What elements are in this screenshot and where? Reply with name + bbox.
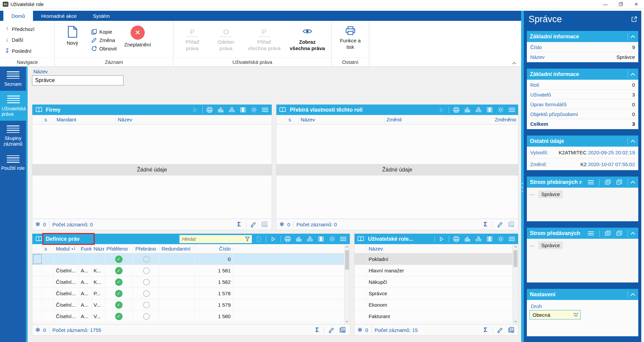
tab-hromadne-akce[interactable]: Hromadné akce xyxy=(33,11,85,21)
table-row[interactable]: Číselní... A... K... ✓ 1 581 xyxy=(32,265,344,276)
collapse-section-button[interactable] xyxy=(628,291,635,298)
gear-icon[interactable] xyxy=(328,235,336,243)
menu-icon[interactable] xyxy=(508,235,516,243)
functions-print-button[interactable]: Funkce atisk xyxy=(335,23,366,58)
table-row[interactable]: Nákupčí xyxy=(354,276,512,288)
sum-icon[interactable]: Σ xyxy=(481,327,489,334)
col-nazev[interactable]: Název xyxy=(299,115,384,124)
menu-icon[interactable] xyxy=(587,231,594,236)
restore-button[interactable] xyxy=(613,0,629,8)
edit-note-icon[interactable] xyxy=(249,222,258,227)
col-nazev[interactable]: Název xyxy=(116,115,272,124)
edit-note-icon[interactable] xyxy=(496,327,504,333)
panel-splitter[interactable] xyxy=(521,11,524,342)
edit-note-icon[interactable] xyxy=(328,327,336,333)
table-row[interactable]: ✓ 0 xyxy=(32,254,344,265)
close-button[interactable]: × xyxy=(629,0,644,8)
collapse-section-button[interactable] xyxy=(628,179,635,186)
col-nazev[interactable]: Náze xyxy=(92,244,104,253)
edit-note-icon[interactable] xyxy=(496,222,504,227)
cluster-icon[interactable] xyxy=(228,106,236,114)
col-zmenil[interactable]: Změnil xyxy=(384,115,447,124)
columns-icon[interactable] xyxy=(317,235,325,243)
scroll-up-icon[interactable] xyxy=(344,244,350,250)
edit-button[interactable]: Změna xyxy=(91,37,117,43)
cluster-icon[interactable] xyxy=(474,235,482,243)
druh-dropdown[interactable]: Obecná xyxy=(530,310,581,319)
col-nazev[interactable]: Název xyxy=(367,244,512,253)
new-button[interactable]: Nový xyxy=(57,23,88,58)
table-row[interactable]: Číselní... A... V... ✓ 1 580 xyxy=(32,311,344,322)
sidebar-item-skupiny-zaznamu[interactable]: Skupiny záznamů xyxy=(0,121,26,151)
run-icon[interactable] xyxy=(438,235,446,243)
snowflake-icon[interactable]: ✻ xyxy=(279,221,284,228)
add-note-icon[interactable] xyxy=(339,327,347,333)
columns-icon[interactable] xyxy=(239,106,247,114)
cluster-icon[interactable] xyxy=(306,235,314,243)
tree-item[interactable]: — Správce xyxy=(529,241,563,249)
collapse-all-icon[interactable] xyxy=(616,230,622,236)
collapse-section-button[interactable] xyxy=(628,138,635,145)
next-button[interactable]: ↓Další xyxy=(5,35,50,45)
refresh-button[interactable]: Obnovit xyxy=(91,46,117,51)
expand-all-icon[interactable] xyxy=(605,179,611,185)
expand-all-icon[interactable] xyxy=(605,230,611,236)
scroll-down-icon[interactable] xyxy=(344,319,350,324)
scroll-thumb[interactable] xyxy=(513,250,517,267)
run-icon[interactable] xyxy=(269,235,277,243)
col-prideleno[interactable]: Přiděleno xyxy=(104,244,133,253)
chart-icon[interactable] xyxy=(463,106,471,114)
table-row[interactable]: Pokladní xyxy=(354,254,512,265)
col-mandant[interactable]: Mandant xyxy=(55,115,116,124)
col-s[interactable]: s xyxy=(42,115,55,124)
col-prebrano[interactable]: Přebráno xyxy=(133,244,160,253)
collapse-all-icon[interactable] xyxy=(616,179,622,185)
ribbon-collapse-button[interactable] xyxy=(512,62,516,65)
print-icon[interactable] xyxy=(452,235,460,243)
filter-icon[interactable] xyxy=(245,236,250,242)
menu-icon[interactable] xyxy=(339,235,347,243)
chart-icon[interactable] xyxy=(463,235,471,243)
print-icon[interactable] xyxy=(452,106,460,114)
chart-icon[interactable] xyxy=(217,106,225,114)
scroll-up-icon[interactable] xyxy=(513,244,518,250)
col-cislo[interactable]: Číslo xyxy=(195,244,233,253)
table-row[interactable]: Číselní... A... P... ✓ 1 578 xyxy=(32,288,344,299)
add-note-icon[interactable] xyxy=(507,327,515,333)
snowflake-icon[interactable]: ✻ xyxy=(358,327,362,334)
open-external-icon[interactable] xyxy=(631,14,637,22)
invalidate-button[interactable]: ✕ Zneplatnění xyxy=(120,23,155,58)
collapse-section-button[interactable] xyxy=(628,230,635,237)
search-box[interactable] xyxy=(179,235,252,243)
minimize-button[interactable]: — xyxy=(598,0,613,8)
sum-icon[interactable]: Σ xyxy=(313,327,321,334)
columns-icon[interactable] xyxy=(485,235,494,243)
copy-button[interactable]: Kopie xyxy=(91,29,117,35)
gear-icon[interactable] xyxy=(497,106,505,114)
cluster-icon[interactable] xyxy=(474,106,482,114)
sidebar-item-seznam[interactable]: Seznam xyxy=(0,67,26,91)
tree-item[interactable]: — Správce xyxy=(529,190,563,198)
table-row[interactable]: Číselní... A... V... ✓ 1 579 xyxy=(32,299,344,311)
previous-button[interactable]: ↑Předchozí xyxy=(5,24,50,34)
gear-icon[interactable] xyxy=(497,235,505,243)
table-row[interactable]: Číselní... A... K... ✓ 1 582 xyxy=(32,276,344,288)
sum-icon[interactable]: Σ xyxy=(481,221,489,228)
menu-icon[interactable] xyxy=(508,106,516,114)
vertical-scrollbar[interactable] xyxy=(512,244,518,324)
search-input[interactable] xyxy=(182,236,243,242)
scroll-thumb[interactable] xyxy=(345,250,349,270)
scroll-down-icon[interactable] xyxy=(513,319,518,324)
table-row[interactable]: Ekonom xyxy=(354,299,512,311)
sum-icon[interactable]: Σ xyxy=(235,221,243,228)
last-button[interactable]: ↧Poslední xyxy=(5,46,50,55)
col-s[interactable]: s xyxy=(42,244,54,253)
col-zmeneno[interactable]: Změněno xyxy=(447,115,518,124)
vertical-scrollbar[interactable] xyxy=(344,244,350,324)
table-row[interactable]: Hlavní manažer xyxy=(354,265,512,276)
columns-icon[interactable] xyxy=(485,106,494,114)
print-icon[interactable] xyxy=(284,235,292,243)
snowflake-icon[interactable]: ✻ xyxy=(35,327,40,334)
col-modul[interactable]: Modul▲1 xyxy=(54,244,79,253)
col-s[interactable]: s xyxy=(286,115,299,124)
